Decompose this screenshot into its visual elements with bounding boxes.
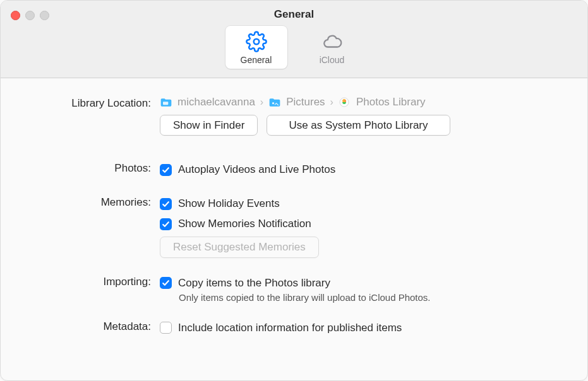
library-location-label: Library Location:	[31, 96, 160, 110]
preferences-content: Library Location: michaelcavanna › Pictu…	[1, 78, 587, 358]
tab-general[interactable]: General	[225, 26, 287, 69]
reset-suggested-memories-button[interactable]: Reset Suggested Memories	[160, 237, 319, 257]
zoom-window-button[interactable]	[40, 11, 49, 20]
minimize-window-button[interactable]	[25, 11, 35, 20]
tab-icloud[interactable]: iCloud	[301, 26, 363, 69]
copy-items-description: Only items copied to the library will up…	[179, 292, 557, 303]
include-location-label: Include location information for publish…	[178, 322, 402, 334]
titlebar: General General iCloud	[1, 1, 587, 78]
show-memories-notification-label: Show Memories Notification	[178, 218, 311, 230]
metadata-label: Metadata:	[31, 319, 160, 333]
checkbox-icon	[160, 198, 172, 210]
checkbox-icon	[160, 322, 172, 334]
checkbox-icon	[160, 218, 172, 230]
cloud-icon	[320, 31, 345, 52]
show-in-finder-button[interactable]: Show in Finder	[160, 115, 258, 136]
checkbox-icon	[160, 277, 172, 289]
autoplay-checkbox-label: Autoplay Videos and Live Photos	[178, 163, 335, 176]
window-controls	[11, 11, 49, 20]
tab-general-label: General	[241, 55, 272, 65]
home-folder-icon	[160, 97, 172, 107]
photos-library-icon	[339, 97, 351, 107]
importing-label: Importing:	[31, 274, 160, 288]
autoplay-checkbox[interactable]: Autoplay Videos and Live Photos	[160, 163, 557, 176]
svg-point-0	[253, 39, 259, 45]
copy-items-label: Copy items to the Photos library	[178, 277, 330, 290]
close-window-button[interactable]	[11, 11, 20, 20]
use-as-system-photo-library-button[interactable]: Use as System Photo Library	[267, 115, 450, 136]
memories-label: Memories:	[31, 195, 160, 209]
include-location-checkbox[interactable]: Include location information for publish…	[160, 322, 557, 334]
library-location-row: Library Location: michaelcavanna › Pictu…	[31, 96, 557, 152]
library-path-breadcrumb: michaelcavanna › Pictures › Photos Libra…	[160, 96, 557, 108]
breadcrumb-segment: Pictures	[286, 96, 325, 108]
window-title: General	[9, 8, 579, 21]
svg-rect-1	[163, 102, 168, 105]
importing-row: Importing: Copy items to the Photos libr…	[31, 274, 557, 303]
preferences-tabs: General iCloud	[9, 26, 579, 69]
pictures-folder-icon	[268, 97, 281, 107]
photos-row: Photos: Autoplay Videos and Live Photos	[31, 161, 557, 179]
tab-icloud-label: iCloud	[320, 55, 345, 65]
chevron-right-icon: ›	[260, 97, 263, 107]
show-holiday-events-checkbox[interactable]: Show Holiday Events	[160, 197, 557, 210]
memories-row: Memories: Show Holiday Events Show Memor…	[31, 195, 557, 257]
photos-label: Photos:	[31, 161, 160, 175]
breadcrumb-segment: Photos Library	[356, 96, 426, 108]
svg-point-2	[272, 102, 274, 104]
show-memories-notification-checkbox[interactable]: Show Memories Notification	[160, 218, 557, 230]
copy-items-checkbox[interactable]: Copy items to the Photos library	[160, 277, 557, 290]
show-holiday-events-label: Show Holiday Events	[178, 197, 280, 210]
gear-icon	[246, 31, 267, 52]
checkbox-icon	[160, 164, 172, 176]
chevron-right-icon: ›	[330, 97, 333, 107]
metadata-row: Metadata: Include location information f…	[31, 319, 557, 337]
breadcrumb-segment: michaelcavanna	[177, 96, 255, 108]
